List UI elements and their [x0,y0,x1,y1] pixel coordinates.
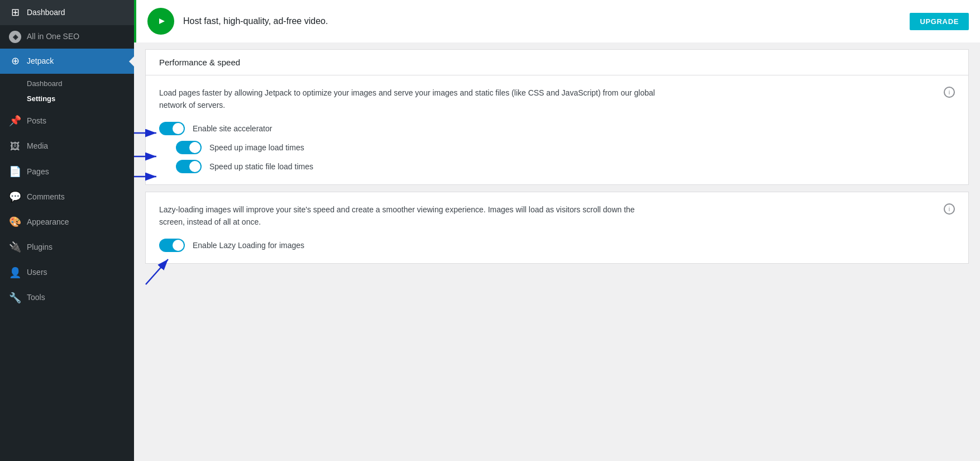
toggle-row-static-load: Speed up static file load times [176,160,955,173]
appearance-icon: 🎨 [9,215,21,229]
sidebar-item-comments[interactable]: 💬 Comments [0,184,134,210]
aioseo-icon: ◈ [9,31,21,43]
sidebar-item-plugins[interactable]: 🔌 Plugins [0,235,134,260]
performance-title: Performance & speed [146,50,968,75]
sidebar-label-pages: Pages [27,167,49,178]
toggle-row-lazy-loading: Enable Lazy Loading for images [159,239,955,252]
pages-icon: 📄 [9,165,21,179]
lazy-loading-section-body: i Lazy-loading images will improve your … [146,192,968,263]
toggle-label-static-load: Speed up static file load times [209,162,313,171]
top-banner: Host fast, high-quality, ad-free video. … [134,0,980,42]
toggle-row-image-load: Speed up image load times [176,141,955,154]
toggle-label-image-load: Speed up image load times [209,143,304,152]
performance-description: Load pages faster by allowing Jetpack to… [159,87,662,112]
performance-card: Performance & speed i Load pages faster … [145,49,969,185]
dashboard-icon: ⊞ [9,6,21,20]
sidebar-item-users[interactable]: 👤 Users [0,260,134,286]
media-icon: 🖼 [9,140,21,154]
sidebar-item-dashboard[interactable]: ⊞ Dashboard [0,0,134,25]
sidebar-label-media: Media [27,141,48,152]
sidebar-submenu-settings[interactable]: Settings [0,91,134,106]
sidebar-label-posts: Posts [27,116,46,127]
sidebar-item-tools[interactable]: 🔧 Tools [0,286,134,311]
toggle-lazy-loading[interactable] [159,239,185,252]
sidebar-item-posts[interactable]: 📌 Posts [0,108,134,134]
sidebar-label-comments: Comments [27,192,65,203]
sidebar-label-appearance: Appearance [27,217,69,228]
sidebar: ⊞ Dashboard ◈ All in One SEO ⊕ Jetpack D… [0,0,134,461]
jetpack-submenu: Dashboard Settings [0,74,134,108]
info-icon-lazy-loading[interactable]: i [944,203,955,215]
sidebar-submenu-dashboard[interactable]: Dashboard [0,76,134,91]
posts-icon: 📌 [9,114,21,128]
toggle-site-accelerator[interactable] [159,122,185,135]
jetpack-arrow-icon [129,56,135,67]
upgrade-button[interactable]: UPGRADE [910,13,969,30]
sidebar-item-appearance[interactable]: 🎨 Appearance [0,210,134,235]
comments-icon: 💬 [9,190,21,204]
sidebar-label-jetpack: Jetpack [27,56,54,67]
sidebar-label-aioseo: All in One SEO [27,31,79,42]
toggle-image-load[interactable] [176,141,202,154]
toggle-static-load[interactable] [176,160,202,173]
info-icon-performance[interactable]: i [944,87,955,98]
jetpack-icon: ⊕ [9,54,21,68]
sidebar-label-dashboard: Dashboard [27,7,65,18]
sidebar-item-jetpack[interactable]: ⊕ Jetpack [0,49,134,74]
lazy-loading-card: i Lazy-loading images will improve your … [145,192,969,264]
sidebar-label-plugins: Plugins [27,242,52,253]
sidebar-label-tools: Tools [27,292,45,303]
sidebar-label-users: Users [27,267,47,278]
toggle-label-site-accelerator: Enable site accelerator [193,124,272,133]
banner-text: Host fast, high-quality, ad-free video. [183,16,901,26]
sidebar-item-aioseo[interactable]: ◈ All in One SEO [0,25,134,49]
performance-section-body: i Load pages faster by allowing Jetpack … [146,75,968,184]
main-content: Host fast, high-quality, ad-free video. … [134,0,980,461]
toggle-row-site-accelerator: Enable site accelerator [159,122,955,135]
svg-line-9 [146,259,168,284]
video-icon [147,8,174,35]
plugins-icon: 🔌 [9,240,21,254]
users-icon: 👤 [9,266,21,280]
tools-icon: 🔧 [9,291,21,305]
toggle-label-lazy-loading: Enable Lazy Loading for images [193,241,304,250]
lazy-loading-description: Lazy-loading images will improve your si… [159,203,662,229]
sidebar-item-pages[interactable]: 📄 Pages [0,159,134,184]
sidebar-item-media[interactable]: 🖼 Media [0,134,134,159]
